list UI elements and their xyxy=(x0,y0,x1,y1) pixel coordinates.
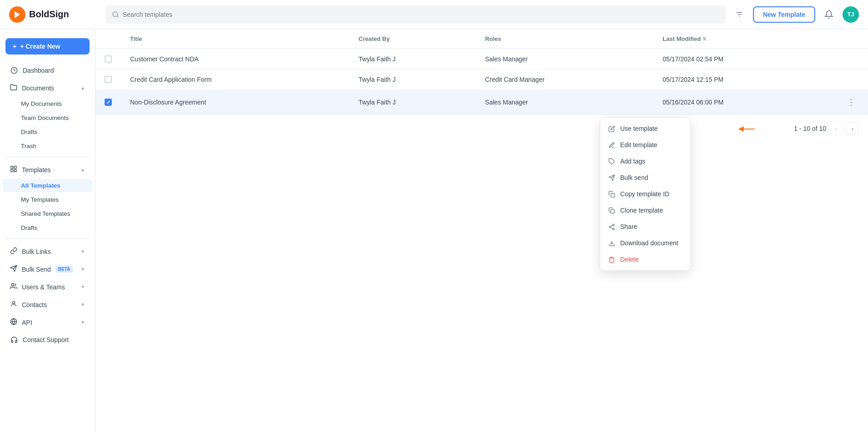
row-1-title: Customer Contract NDA xyxy=(121,49,350,70)
context-menu-item-edit-template[interactable]: Edit template xyxy=(600,137,690,153)
send-icon xyxy=(607,174,616,182)
edit-icon xyxy=(607,141,616,149)
svg-line-23 xyxy=(611,227,612,228)
context-menu-item-bulk-send[interactable]: Bulk send xyxy=(600,169,690,186)
sidebar-sub-drafts-documents[interactable]: Drafts xyxy=(3,125,92,139)
sidebar-sub-template-drafts[interactable]: Drafts xyxy=(3,221,92,234)
sidebar-item-contact-support[interactable]: Contact Support xyxy=(3,332,92,348)
row-2-title: Credit Card Application Form xyxy=(121,70,350,90)
layout: + + Create New Dashboard Documents ▲ My … xyxy=(0,29,868,432)
svg-point-22 xyxy=(612,228,614,230)
context-menu-item-share[interactable]: Share xyxy=(600,218,690,235)
sidebar-group-documents-header[interactable]: Documents ▲ xyxy=(3,79,92,96)
table-row-selected: Non-Disclosure Agreement Twyla Faith J S… xyxy=(95,90,868,115)
prev-page-button[interactable]: ‹ xyxy=(830,122,843,135)
bulk-send-menu-label: Bulk send xyxy=(620,174,648,181)
svg-point-21 xyxy=(609,226,611,228)
chevron-down-icon-contacts: ▼ xyxy=(80,302,85,307)
bulk-send-label: Bulk Send xyxy=(22,266,51,273)
row-3-roles: Sales Manager xyxy=(476,90,653,115)
logo-area: BoldSign xyxy=(9,6,100,23)
th-title: Title xyxy=(121,29,350,49)
context-menu-item-add-tags[interactable]: Add tags xyxy=(600,153,690,169)
sidebar-sub-my-documents[interactable]: My Documents xyxy=(3,97,92,110)
row-1-actions-cell xyxy=(834,49,868,70)
chevron-down-icon-bulk-send: ▼ xyxy=(80,267,85,272)
chevron-up-icon-templates: ▲ xyxy=(80,167,85,172)
sidebar-item-bulk-links[interactable]: Bulk Links ▼ xyxy=(3,243,92,260)
filter-button[interactable] xyxy=(731,6,748,23)
new-template-button[interactable]: New Template xyxy=(753,6,815,23)
avatar[interactable]: TJ xyxy=(843,6,859,23)
context-menu: Use template Edit template Add tags Bulk… xyxy=(600,117,691,271)
row-1-checkbox[interactable] xyxy=(105,55,112,63)
dashboard-icon xyxy=(10,66,18,74)
use-template-icon xyxy=(607,124,616,133)
divider-1 xyxy=(5,157,90,157)
row-3-checkbox[interactable] xyxy=(105,99,112,106)
row-2-last-modified: 05/17/2024 12:15 PM xyxy=(653,70,834,90)
svg-point-20 xyxy=(612,224,614,226)
sidebar-item-users-teams[interactable]: Users & Teams ▼ xyxy=(3,278,92,295)
sidebar-item-bulk-send[interactable]: Bulk Send BETA ▼ xyxy=(3,261,92,278)
clone-icon xyxy=(607,206,616,214)
next-page-button[interactable]: › xyxy=(846,122,859,135)
th-last-modified[interactable]: Last Modified ⇅ xyxy=(653,29,834,49)
row-2-roles: Credit Card Manager xyxy=(476,70,653,90)
sidebar-item-dashboard-label: Dashboard xyxy=(23,67,54,74)
sidebar-sub-my-templates[interactable]: My Templates xyxy=(3,193,92,206)
chevron-down-icon-users: ▼ xyxy=(80,284,85,289)
logo-icon xyxy=(9,6,25,23)
sidebar-item-api[interactable]: API ▼ xyxy=(3,314,92,331)
svg-rect-8 xyxy=(11,169,13,172)
sidebar-group-templates: Templates ▲ All Templates My Templates S… xyxy=(0,161,95,235)
users-icon xyxy=(10,283,17,291)
svg-rect-19 xyxy=(611,209,614,213)
templates-icon xyxy=(10,165,17,174)
row-3-created-by: Twyla Faith J xyxy=(350,90,476,115)
search-icon xyxy=(112,11,119,18)
copy-template-id-label: Copy template ID xyxy=(620,190,669,198)
create-new-button[interactable]: + + Create New xyxy=(5,38,90,55)
row-2-checkbox[interactable] xyxy=(105,76,112,83)
templates-label: Templates xyxy=(22,166,51,174)
svg-point-11 xyxy=(11,283,14,286)
beta-badge: BETA xyxy=(55,266,73,273)
support-icon xyxy=(10,336,18,344)
sidebar-group-templates-header[interactable]: Templates ▲ xyxy=(3,161,92,178)
sidebar-group-documents: Documents ▲ My Documents Team Documents … xyxy=(0,79,95,153)
sidebar-sub-all-templates[interactable]: All Templates xyxy=(3,179,92,192)
add-tags-label: Add tags xyxy=(620,158,645,165)
row-3-actions-cell[interactable]: ⋮ xyxy=(834,90,868,115)
main-content: Title Created By Roles Last Modified ⇅ C… xyxy=(95,29,868,432)
share-label: Share xyxy=(620,223,637,230)
row-3-title: Non-Disclosure Agreement xyxy=(121,90,350,115)
bulk-send-icon xyxy=(10,265,17,273)
sidebar-sub-trash[interactable]: Trash xyxy=(3,139,92,153)
bulk-links-icon xyxy=(10,247,17,256)
sidebar-sub-team-documents[interactable]: Team Documents xyxy=(3,111,92,124)
delete-label: Delete xyxy=(620,256,638,263)
api-label: API xyxy=(22,319,32,326)
copy-icon xyxy=(607,190,616,198)
documents-icon xyxy=(10,84,17,92)
row-2-actions-cell xyxy=(834,70,868,90)
documents-label: Documents xyxy=(22,84,54,92)
notification-button[interactable] xyxy=(821,6,837,23)
search-input[interactable] xyxy=(123,11,719,18)
sidebar-item-dashboard[interactable]: Dashboard xyxy=(3,62,92,79)
svg-rect-18 xyxy=(611,193,614,197)
context-menu-item-clone-template[interactable]: Clone template xyxy=(600,202,690,218)
context-menu-item-download-document[interactable]: Download document xyxy=(600,235,690,251)
context-menu-item-use-template[interactable]: Use template xyxy=(600,120,690,137)
arrow-indicator xyxy=(738,120,756,140)
templates-table: Title Created By Roles Last Modified ⇅ C… xyxy=(95,29,868,115)
row-1-last-modified: 05/17/2024 02:54 PM xyxy=(653,49,834,70)
row-3-action-button[interactable]: ⋮ xyxy=(843,96,859,108)
sidebar-sub-shared-templates[interactable]: Shared Templates xyxy=(3,207,92,220)
context-menu-item-delete[interactable]: Delete xyxy=(600,251,690,268)
svg-rect-6 xyxy=(14,166,16,169)
context-menu-item-copy-template-id[interactable]: Copy template ID xyxy=(600,186,690,202)
sidebar-item-contacts[interactable]: Contacts ▼ xyxy=(3,296,92,313)
contact-support-label: Contact Support xyxy=(23,336,69,343)
